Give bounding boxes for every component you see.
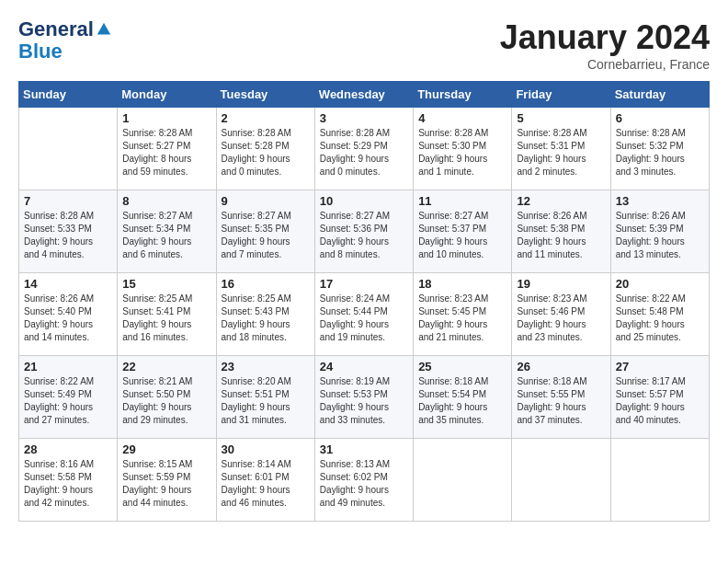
weekday-header-saturday: Saturday [610,82,709,108]
calendar-cell: 16Sunrise: 8:25 AMSunset: 5:43 PMDayligh… [216,273,314,356]
calendar-week-row: 7Sunrise: 8:28 AMSunset: 5:33 PMDaylight… [19,190,710,273]
day-number: 27 [616,360,704,373]
calendar-week-row: 14Sunrise: 8:26 AMSunset: 5:40 PMDayligh… [19,273,710,356]
day-number: 22 [122,360,210,373]
day-number: 17 [320,277,408,291]
calendar-cell [19,108,118,190]
day-info: Sunrise: 8:26 AMSunset: 5:40 PMDaylight:… [24,293,112,344]
day-info: Sunrise: 8:18 AMSunset: 5:55 PMDaylight:… [517,375,605,427]
logo-text-general: General [18,18,94,40]
month-title: January 2024 [500,18,710,57]
calendar-cell: 15Sunrise: 8:25 AMSunset: 5:41 PMDayligh… [118,273,216,356]
svg-marker-0 [97,23,110,35]
day-number: 18 [418,277,506,291]
calendar-cell: 26Sunrise: 8:18 AMSunset: 5:55 PMDayligh… [512,356,610,439]
day-info: Sunrise: 8:27 AMSunset: 5:36 PMDaylight:… [320,210,408,261]
day-number: 13 [616,194,704,208]
weekday-header-thursday: Thursday [414,82,512,108]
day-number: 4 [418,111,506,125]
calendar-cell: 6Sunrise: 8:28 AMSunset: 5:32 PMDaylight… [610,108,709,190]
day-info: Sunrise: 8:22 AMSunset: 5:48 PMDaylight:… [616,293,704,344]
day-info: Sunrise: 8:23 AMSunset: 5:46 PMDaylight:… [517,293,605,344]
weekday-header-wednesday: Wednesday [314,82,413,108]
day-info: Sunrise: 8:28 AMSunset: 5:31 PMDaylight:… [517,127,605,178]
weekday-header-monday: Monday [118,82,216,108]
day-info: Sunrise: 8:28 AMSunset: 5:28 PMDaylight:… [222,127,310,178]
day-info: Sunrise: 8:28 AMSunset: 5:33 PMDaylight:… [24,210,112,261]
weekday-header-tuesday: Tuesday [216,82,314,108]
location: Cornebarrieu, France [500,57,710,72]
calendar-table: SundayMondayTuesdayWednesdayThursdayFrid… [18,81,710,522]
day-info: Sunrise: 8:27 AMSunset: 5:34 PMDaylight:… [122,210,210,261]
day-number: 20 [616,277,704,291]
calendar-cell: 10Sunrise: 8:27 AMSunset: 5:36 PMDayligh… [314,190,413,273]
day-info: Sunrise: 8:27 AMSunset: 5:37 PMDaylight:… [418,210,506,261]
day-info: Sunrise: 8:13 AMSunset: 6:02 PMDaylight:… [320,458,408,510]
calendar-cell: 7Sunrise: 8:28 AMSunset: 5:33 PMDaylight… [19,190,118,273]
day-number: 3 [320,111,408,125]
day-info: Sunrise: 8:22 AMSunset: 5:49 PMDaylight:… [24,375,112,427]
weekday-header-row: SundayMondayTuesdayWednesdayThursdayFrid… [19,82,710,108]
day-number: 28 [24,442,112,456]
calendar-cell [414,439,512,522]
calendar-body: 1Sunrise: 8:28 AMSunset: 5:27 PMDaylight… [19,108,710,522]
calendar-week-row: 28Sunrise: 8:16 AMSunset: 5:58 PMDayligh… [19,439,710,522]
day-number: 30 [222,442,310,456]
calendar-cell: 19Sunrise: 8:23 AMSunset: 5:46 PMDayligh… [512,273,610,356]
day-number: 21 [24,360,112,373]
calendar-cell: 13Sunrise: 8:26 AMSunset: 5:39 PMDayligh… [610,190,709,273]
calendar-cell: 23Sunrise: 8:20 AMSunset: 5:51 PMDayligh… [216,356,314,439]
day-info: Sunrise: 8:23 AMSunset: 5:45 PMDaylight:… [418,293,506,344]
day-info: Sunrise: 8:28 AMSunset: 5:30 PMDaylight:… [418,127,506,178]
calendar-cell: 3Sunrise: 8:28 AMSunset: 5:29 PMDaylight… [314,108,413,190]
day-number: 10 [320,194,408,208]
calendar-cell: 12Sunrise: 8:26 AMSunset: 5:38 PMDayligh… [512,190,610,273]
calendar-cell: 28Sunrise: 8:16 AMSunset: 5:58 PMDayligh… [19,439,118,522]
calendar-cell: 2Sunrise: 8:28 AMSunset: 5:28 PMDaylight… [216,108,314,190]
day-number: 23 [222,360,310,373]
day-number: 25 [418,360,506,373]
calendar-cell: 18Sunrise: 8:23 AMSunset: 5:45 PMDayligh… [414,273,512,356]
day-number: 5 [517,111,605,125]
day-info: Sunrise: 8:18 AMSunset: 5:54 PMDaylight:… [418,375,506,427]
calendar-cell: 5Sunrise: 8:28 AMSunset: 5:31 PMDaylight… [512,108,610,190]
calendar-cell [610,439,709,522]
day-number: 14 [24,277,112,291]
day-number: 7 [24,194,112,208]
day-number: 1 [122,111,210,125]
logo-icon [96,21,112,38]
day-info: Sunrise: 8:28 AMSunset: 5:29 PMDaylight:… [320,127,408,178]
weekday-header-sunday: Sunday [19,82,118,108]
calendar-cell: 31Sunrise: 8:13 AMSunset: 6:02 PMDayligh… [314,439,413,522]
day-info: Sunrise: 8:26 AMSunset: 5:39 PMDaylight:… [616,210,704,261]
day-number: 16 [222,277,310,291]
day-number: 19 [517,277,605,291]
day-info: Sunrise: 8:14 AMSunset: 6:01 PMDaylight:… [222,458,310,510]
day-number: 2 [222,111,310,125]
day-info: Sunrise: 8:15 AMSunset: 5:59 PMDaylight:… [122,458,210,510]
logo-text-blue: Blue [18,40,112,63]
day-info: Sunrise: 8:27 AMSunset: 5:35 PMDaylight:… [222,210,310,261]
calendar-cell: 8Sunrise: 8:27 AMSunset: 5:34 PMDaylight… [118,190,216,273]
day-number: 11 [418,194,506,208]
calendar-cell [512,439,610,522]
calendar-header: SundayMondayTuesdayWednesdayThursdayFrid… [19,82,710,108]
calendar-cell: 11Sunrise: 8:27 AMSunset: 5:37 PMDayligh… [414,190,512,273]
logo: General Blue [18,18,112,63]
calendar-cell: 17Sunrise: 8:24 AMSunset: 5:44 PMDayligh… [314,273,413,356]
calendar-cell: 25Sunrise: 8:18 AMSunset: 5:54 PMDayligh… [414,356,512,439]
calendar-cell: 4Sunrise: 8:28 AMSunset: 5:30 PMDaylight… [414,108,512,190]
calendar-cell: 20Sunrise: 8:22 AMSunset: 5:48 PMDayligh… [610,273,709,356]
day-info: Sunrise: 8:25 AMSunset: 5:43 PMDaylight:… [222,293,310,344]
day-info: Sunrise: 8:17 AMSunset: 5:57 PMDaylight:… [616,375,704,427]
day-info: Sunrise: 8:19 AMSunset: 5:53 PMDaylight:… [320,375,408,427]
day-info: Sunrise: 8:28 AMSunset: 5:32 PMDaylight:… [616,127,704,178]
day-number: 24 [320,360,408,373]
day-number: 9 [222,194,310,208]
day-number: 8 [122,194,210,208]
day-info: Sunrise: 8:21 AMSunset: 5:50 PMDaylight:… [122,375,210,427]
calendar-cell: 27Sunrise: 8:17 AMSunset: 5:57 PMDayligh… [610,356,709,439]
day-number: 6 [616,111,704,125]
calendar-cell: 1Sunrise: 8:28 AMSunset: 5:27 PMDaylight… [118,108,216,190]
title-block: January 2024 Cornebarrieu, France [500,18,710,72]
